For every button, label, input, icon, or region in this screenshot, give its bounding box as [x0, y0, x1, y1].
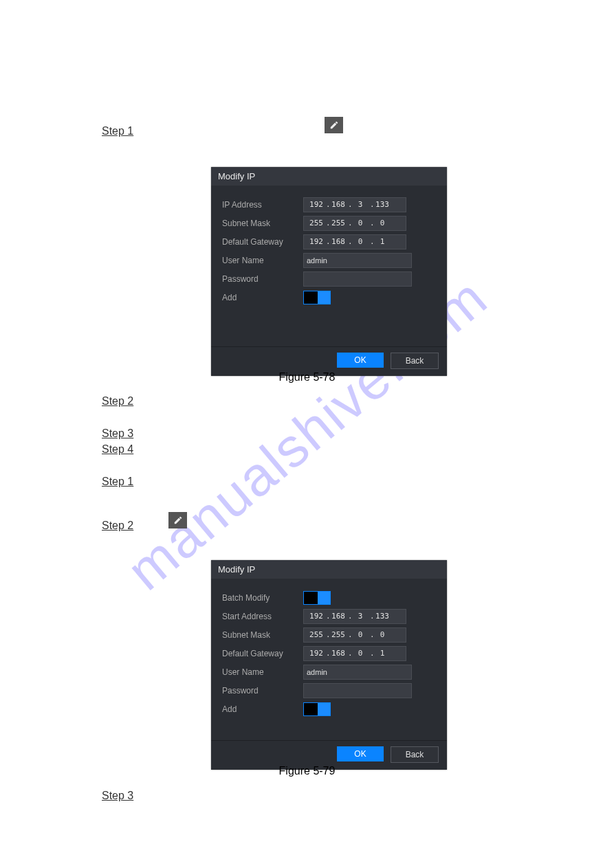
default-gateway-label: Default Gateway: [222, 237, 303, 247]
edit-icon-2[interactable]: [168, 512, 187, 528]
mask-octet-3: 0: [351, 219, 370, 227]
dialog-title: Modify IP: [211, 167, 447, 186]
password-input[interactable]: [303, 683, 412, 698]
default-gateway-input[interactable]: 192. 168. 0. 1: [303, 234, 406, 249]
user-name-input[interactable]: admin: [303, 665, 412, 680]
mask-octet-2: 255: [329, 630, 348, 639]
subnet-mask-label: Subnet Mask: [222, 219, 303, 228]
batch-modify-toggle[interactable]: [303, 591, 331, 605]
gw-octet-3: 0: [351, 649, 370, 658]
default-gateway-input[interactable]: 192. 168. 0. 1: [303, 646, 406, 661]
step-3-link[interactable]: Step 3: [102, 427, 133, 440]
mask-octet-1: 255: [307, 219, 326, 227]
ok-button[interactable]: OK: [337, 353, 384, 368]
back-button[interactable]: Back: [391, 746, 439, 763]
step-2b-link[interactable]: Step 2: [102, 520, 133, 532]
mask-octet-4: 0: [373, 219, 392, 227]
add-label: Add: [222, 704, 303, 714]
add-toggle[interactable]: [303, 291, 331, 304]
password-label: Password: [222, 274, 303, 284]
modify-ip-dialog-2: Modify IP Batch Modify Start Address 192…: [211, 560, 447, 770]
start-octet-3: 3: [351, 612, 370, 621]
user-name-label: User Name: [222, 256, 303, 265]
step-2-link[interactable]: Step 2: [102, 395, 133, 408]
ok-button[interactable]: OK: [337, 746, 384, 761]
edit-icon[interactable]: [325, 117, 343, 133]
mask-octet-1: 255: [307, 630, 326, 639]
start-octet-2: 168: [329, 612, 348, 621]
subnet-mask-label: Subnet Mask: [222, 630, 303, 640]
step-4-link[interactable]: Step 4: [102, 443, 133, 456]
password-input[interactable]: [303, 271, 412, 287]
gw-octet-4: 1: [373, 237, 392, 246]
batch-modify-label: Batch Modify: [222, 593, 303, 603]
ip-octet-2: 168: [329, 200, 348, 209]
start-address-input[interactable]: 192. 168. 3. 133: [303, 609, 406, 624]
ip-octet-4: 133: [373, 200, 392, 209]
mask-octet-3: 0: [351, 630, 370, 639]
start-address-label: Start Address: [222, 612, 303, 621]
step-1-link[interactable]: Step 1: [102, 125, 133, 137]
figure-5-79-caption: Figure 5-79: [0, 765, 614, 777]
dialog-title: Modify IP: [211, 560, 447, 579]
gw-octet-1: 192: [307, 649, 326, 658]
gw-octet-2: 168: [329, 649, 348, 658]
mask-octet-4: 0: [373, 630, 392, 639]
step-3b-link[interactable]: Step 3: [102, 790, 133, 802]
user-name-label: User Name: [222, 667, 303, 677]
gw-octet-3: 0: [351, 237, 370, 246]
gw-octet-2: 168: [329, 237, 348, 246]
mask-octet-2: 255: [329, 219, 348, 227]
figure-5-78-caption: Figure 5-78: [0, 371, 614, 383]
password-label: Password: [222, 686, 303, 695]
user-name-input[interactable]: admin: [303, 253, 412, 268]
ip-address-input[interactable]: 192. 168. 3. 133: [303, 197, 406, 212]
add-toggle[interactable]: [303, 702, 331, 716]
ip-octet-1: 192: [307, 200, 326, 209]
gw-octet-4: 1: [373, 649, 392, 658]
gw-octet-1: 192: [307, 237, 326, 246]
default-gateway-label: Default Gateway: [222, 649, 303, 658]
add-label: Add: [222, 293, 303, 302]
start-octet-4: 133: [373, 612, 392, 621]
modify-ip-dialog-1: Modify IP IP Address 192. 168. 3. 133 Su…: [211, 167, 447, 376]
ip-octet-3: 3: [351, 200, 370, 209]
ip-address-label: IP Address: [222, 200, 303, 210]
start-octet-1: 192: [307, 612, 326, 621]
subnet-mask-input[interactable]: 255. 255. 0. 0: [303, 627, 406, 643]
back-button[interactable]: Back: [391, 353, 439, 369]
step-1b-link[interactable]: Step 1: [102, 476, 133, 488]
subnet-mask-input[interactable]: 255. 255. 0. 0: [303, 216, 406, 231]
